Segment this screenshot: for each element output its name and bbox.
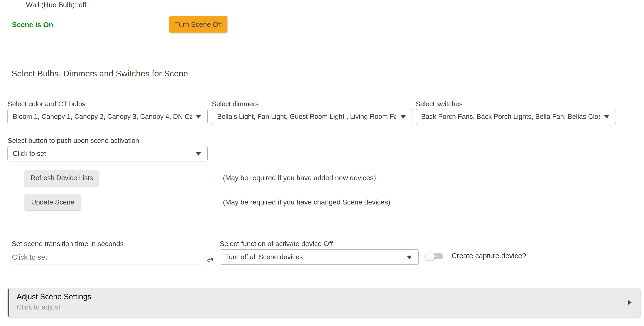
refresh-note: (May be required if you have added new d…	[223, 174, 376, 182]
adjust-panel-title: Adjust Scene Settings	[17, 292, 91, 301]
select-dimmers-label: Select dimmers	[212, 100, 258, 108]
select-bulbs-dropdown[interactable]: Bloom 1, Canopy 1, Canopy 2, Canopy 3, C…	[8, 109, 208, 124]
activation-button-dropdown[interactable]: Click to set	[8, 146, 208, 162]
off-function-label: Select function of activate device Off	[220, 240, 333, 248]
chevron-down-icon	[604, 115, 610, 118]
adjust-scene-settings-panel[interactable]: Adjust Scene Settings Click to adjust	[8, 288, 640, 317]
toggle-knob	[426, 252, 435, 261]
activation-button-label: Select button to push upon scene activat…	[8, 137, 139, 144]
select-dimmers-value: Bella’s Light, Fan Light, Guest Room Lig…	[217, 113, 396, 120]
chevron-down-icon	[196, 152, 201, 156]
enter-key-icon	[206, 256, 214, 264]
section-heading: Select Bulbs, Dimmers and Switches for S…	[12, 69, 188, 78]
scene-settings-page: Wall (Hue Bulb): off Scene is On Turn Sc…	[0, 0, 644, 326]
create-capture-label: Create capture device?	[452, 252, 526, 260]
adjust-panel-subtitle: Click to adjust	[17, 303, 60, 311]
off-function-dropdown[interactable]: Turn off all Scene devices	[220, 249, 418, 265]
off-function-value: Turn off all Scene devices	[225, 253, 303, 261]
scene-status-text: Scene is On	[12, 20, 53, 29]
chevron-down-icon	[196, 115, 201, 118]
transition-time-input[interactable]	[12, 250, 202, 264]
update-note: (May be required if you have changed Sce…	[223, 198, 390, 206]
select-bulbs-value: Bloom 1, Canopy 1, Canopy 2, Canopy 3, C…	[13, 113, 192, 120]
chevron-down-icon	[400, 115, 406, 118]
device-status-line: Wall (Hue Bulb): off	[26, 0, 86, 9]
select-dimmers-dropdown[interactable]: Bella’s Light, Fan Light, Guest Room Lig…	[212, 109, 412, 124]
chevron-right-icon	[628, 300, 632, 305]
turn-scene-off-button[interactable]: Turn Scene Off	[169, 16, 228, 32]
activation-button-value: Click to set	[13, 150, 46, 158]
update-scene-button[interactable]: Update Scene	[25, 194, 81, 210]
select-switches-value: Back Porch Fans, Back Porch Lights, Bell…	[421, 113, 600, 120]
refresh-device-lists-button[interactable]: Refresh Device Lists	[25, 170, 99, 186]
select-bulbs-label: Select color and CT bulbs	[8, 100, 85, 108]
chevron-down-icon	[407, 256, 412, 259]
select-switches-label: Select switches	[416, 100, 462, 108]
select-switches-dropdown[interactable]: Back Porch Fans, Back Porch Lights, Bell…	[416, 109, 616, 124]
transition-time-label: Set scene transition time in seconds	[12, 240, 124, 248]
create-capture-toggle[interactable]	[426, 251, 444, 262]
